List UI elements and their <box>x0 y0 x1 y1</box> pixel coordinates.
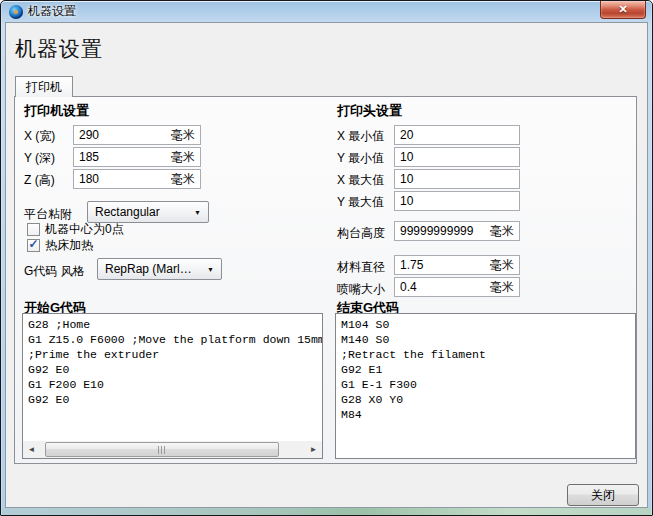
y-max-field[interactable]: 10 <box>394 191 520 211</box>
gcode-flavor-select[interactable]: RepRap (Marl… ▼ <box>97 258 222 280</box>
gantry-height-value: 99999999999 <box>400 224 473 238</box>
checkbox-box[interactable]: ✓ <box>27 239 40 252</box>
printer-settings-title: 打印机设置 <box>24 102 89 120</box>
material-diameter-field[interactable]: 1.75 毫米 <box>394 255 520 275</box>
app-logo-icon <box>9 5 23 19</box>
machine-height-label: Z (高) <box>24 172 55 189</box>
platform-adhesion-value: Rectangular <box>95 205 160 219</box>
chevron-down-icon: ▼ <box>194 209 201 216</box>
machine-depth-value: 185 <box>79 150 99 164</box>
titlebar[interactable]: 机器设置 ✕ <box>1 1 652 22</box>
end-gcode-textarea[interactable]: M104 S0 M140 S0 ;Retract the filament G9… <box>335 313 636 459</box>
machine-height-unit: 毫米 <box>171 171 195 188</box>
machine-width-unit: 毫米 <box>171 127 195 144</box>
heated-bed-label: 热床加热 <box>45 237 93 254</box>
y-max-value: 10 <box>400 194 413 208</box>
y-min-value: 10 <box>400 150 413 164</box>
scroll-left-icon[interactable]: ◄ <box>23 441 40 458</box>
machine-depth-label: Y (深) <box>24 150 55 167</box>
machine-settings-window: 机器设置 ✕ 机器设置 打印机 打印机设置 X (宽) 290 毫米 Y (深)… <box>0 0 653 516</box>
page-title: 机器设置 <box>15 35 103 63</box>
material-diameter-unit: 毫米 <box>490 257 514 274</box>
close-icon: ✕ <box>618 3 627 16</box>
y-max-label: Y 最大值 <box>337 194 384 211</box>
machine-depth-field[interactable]: 185 毫米 <box>73 147 201 167</box>
window-title: 机器设置 <box>28 3 76 20</box>
gcode-flavor-label: G代码 风格 <box>24 263 85 280</box>
printer-tab-panel: 打印机设置 X (宽) 290 毫米 Y (深) 185 毫米 Z (高) 18… <box>14 96 637 464</box>
x-min-label: X 最小值 <box>337 128 384 145</box>
gantry-height-field[interactable]: 99999999999 毫米 <box>394 221 520 241</box>
printhead-settings-title: 打印头设置 <box>337 102 402 120</box>
machine-width-field[interactable]: 290 毫米 <box>73 125 201 145</box>
y-min-label: Y 最小值 <box>337 150 384 167</box>
machine-center-zero-checkbox[interactable]: ✓ 机器中心为0点 <box>27 222 124 236</box>
gantry-height-label: 构台高度 <box>337 225 385 242</box>
checkbox-box[interactable]: ✓ <box>27 223 40 236</box>
check-icon: ✓ <box>28 238 38 250</box>
nozzle-size-label: 喷嘴大小 <box>337 281 385 298</box>
material-diameter-label: 材料直径 <box>337 259 385 276</box>
window-bottom-border <box>2 508 651 515</box>
machine-height-value: 180 <box>79 172 99 186</box>
end-gcode-content: M104 S0 M140 S0 ;Retract the filament G9… <box>336 314 635 425</box>
nozzle-size-unit: 毫米 <box>490 279 514 296</box>
scroll-right-icon[interactable]: ► <box>305 441 322 458</box>
x-min-field[interactable]: 20 <box>394 125 520 145</box>
window-close-button[interactable]: ✕ <box>600 1 646 19</box>
close-dialog-button[interactable]: 关闭 <box>567 484 639 506</box>
horizontal-scrollbar[interactable]: ◄ ► <box>23 441 322 458</box>
tab-printer[interactable]: 打印机 <box>15 76 73 97</box>
scrollbar-grip-icon <box>158 446 166 454</box>
y-min-field[interactable]: 10 <box>394 147 520 167</box>
gcode-flavor-value: RepRap (Marl… <box>105 262 192 276</box>
nozzle-size-field[interactable]: 0.4 毫米 <box>394 277 520 297</box>
machine-width-label: X (宽) <box>24 128 55 145</box>
chevron-down-icon: ▼ <box>207 266 214 273</box>
nozzle-size-value: 0.4 <box>400 280 417 294</box>
machine-center-zero-label: 机器中心为0点 <box>45 221 124 238</box>
x-min-value: 20 <box>400 128 413 142</box>
dialog-client-area: 机器设置 打印机 打印机设置 X (宽) 290 毫米 Y (深) 185 毫米… <box>5 22 648 508</box>
scrollbar-thumb[interactable] <box>45 442 279 457</box>
x-max-field[interactable]: 10 <box>394 169 520 189</box>
heated-bed-checkbox[interactable]: ✓ 热床加热 <box>27 238 93 252</box>
gantry-height-unit: 毫米 <box>490 223 514 240</box>
x-max-value: 10 <box>400 172 413 186</box>
start-gcode-content: G28 ;Home G1 Z15.0 F6000 ;Move the platf… <box>23 314 322 410</box>
machine-height-field[interactable]: 180 毫米 <box>73 169 201 189</box>
material-diameter-value: 1.75 <box>400 258 423 272</box>
machine-depth-unit: 毫米 <box>171 149 195 166</box>
machine-width-value: 290 <box>79 128 99 142</box>
start-gcode-textarea[interactable]: G28 ;Home G1 Z15.0 F6000 ;Move the platf… <box>22 313 323 459</box>
x-max-label: X 最大值 <box>337 172 384 189</box>
